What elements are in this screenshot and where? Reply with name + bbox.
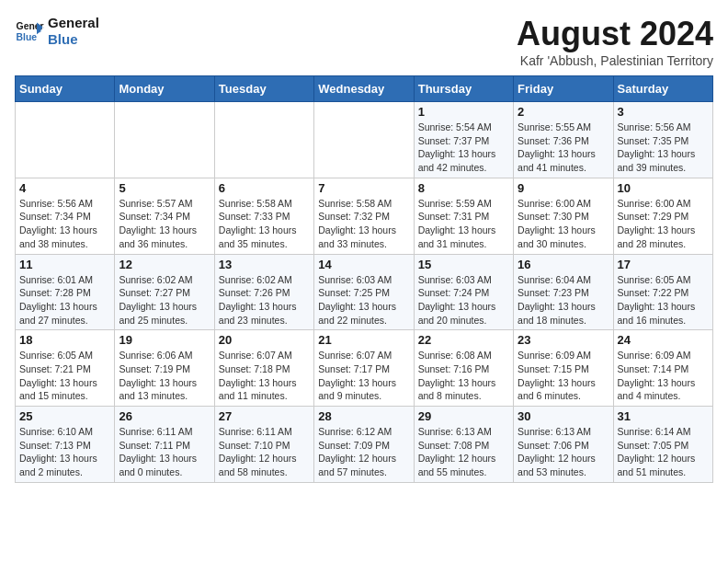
calendar-body: 1Sunrise: 5:54 AM Sunset: 7:37 PM Daylig… <box>16 102 713 483</box>
calendar-cell: 2Sunrise: 5:55 AM Sunset: 7:36 PM Daylig… <box>514 102 613 178</box>
calendar-week-5: 25Sunrise: 6:10 AM Sunset: 7:13 PM Dayli… <box>16 407 713 483</box>
logo-icon: General Blue <box>15 17 44 46</box>
day-number: 21 <box>318 333 409 347</box>
day-number: 13 <box>219 258 310 271</box>
calendar-header-row: SundayMondayTuesdayWednesdayThursdayFrid… <box>16 76 713 102</box>
day-number: 8 <box>418 181 509 195</box>
day-number: 18 <box>19 333 110 347</box>
calendar-week-1: 1Sunrise: 5:54 AM Sunset: 7:37 PM Daylig… <box>16 102 713 178</box>
day-info: Sunrise: 6:02 AM Sunset: 7:27 PM Dayligh… <box>119 273 210 327</box>
day-number: 1 <box>418 105 509 119</box>
day-number: 19 <box>119 333 210 347</box>
day-number: 22 <box>418 333 509 347</box>
calendar-cell: 20Sunrise: 6:07 AM Sunset: 7:18 PM Dayli… <box>214 330 313 407</box>
day-number: 23 <box>518 333 609 347</box>
day-info: Sunrise: 6:12 AM Sunset: 7:09 PM Dayligh… <box>318 425 409 479</box>
day-number: 12 <box>119 258 210 271</box>
calendar-cell: 5Sunrise: 5:57 AM Sunset: 7:34 PM Daylig… <box>115 178 214 254</box>
calendar-cell: 17Sunrise: 6:05 AM Sunset: 7:22 PM Dayli… <box>613 254 712 330</box>
day-info: Sunrise: 6:01 AM Sunset: 7:28 PM Dayligh… <box>19 273 110 327</box>
day-number: 16 <box>518 258 609 271</box>
day-info: Sunrise: 6:06 AM Sunset: 7:19 PM Dayligh… <box>119 349 210 403</box>
day-info: Sunrise: 6:11 AM Sunset: 7:10 PM Dayligh… <box>219 425 310 479</box>
day-number: 2 <box>518 105 609 119</box>
logo: General Blue General Blue <box>15 15 99 48</box>
day-number: 17 <box>618 258 709 271</box>
day-number: 25 <box>19 409 110 423</box>
calendar-cell: 29Sunrise: 6:13 AM Sunset: 7:08 PM Dayli… <box>414 407 513 483</box>
calendar-cell: 23Sunrise: 6:09 AM Sunset: 7:15 PM Dayli… <box>514 330 613 407</box>
calendar-cell: 30Sunrise: 6:13 AM Sunset: 7:06 PM Dayli… <box>514 407 613 483</box>
calendar-cell: 28Sunrise: 6:12 AM Sunset: 7:09 PM Dayli… <box>314 407 414 483</box>
day-header-sunday: Sunday <box>16 76 115 102</box>
day-info: Sunrise: 6:08 AM Sunset: 7:16 PM Dayligh… <box>418 349 509 403</box>
day-info: Sunrise: 6:07 AM Sunset: 7:17 PM Dayligh… <box>318 349 409 403</box>
day-info: Sunrise: 6:09 AM Sunset: 7:15 PM Dayligh… <box>518 349 609 403</box>
calendar-cell: 16Sunrise: 6:04 AM Sunset: 7:23 PM Dayli… <box>514 254 613 330</box>
subtitle: Kafr 'Abbush, Palestinian Territory <box>517 53 713 68</box>
calendar-cell: 21Sunrise: 6:07 AM Sunset: 7:17 PM Dayli… <box>314 330 414 407</box>
calendar-week-4: 18Sunrise: 6:05 AM Sunset: 7:21 PM Dayli… <box>16 330 713 407</box>
calendar-cell <box>214 102 313 178</box>
day-header-thursday: Thursday <box>414 76 513 102</box>
day-number: 31 <box>618 409 709 423</box>
day-number: 24 <box>618 333 709 347</box>
day-info: Sunrise: 6:00 AM Sunset: 7:29 PM Dayligh… <box>618 197 709 251</box>
day-number: 5 <box>119 181 210 195</box>
day-info: Sunrise: 6:13 AM Sunset: 7:08 PM Dayligh… <box>418 425 509 479</box>
day-header-saturday: Saturday <box>613 76 712 102</box>
calendar-cell: 27Sunrise: 6:11 AM Sunset: 7:10 PM Dayli… <box>214 407 313 483</box>
day-header-monday: Monday <box>115 76 214 102</box>
day-number: 26 <box>119 409 210 423</box>
calendar-cell: 19Sunrise: 6:06 AM Sunset: 7:19 PM Dayli… <box>115 330 214 407</box>
calendar-week-3: 11Sunrise: 6:01 AM Sunset: 7:28 PM Dayli… <box>16 254 713 330</box>
calendar-cell: 14Sunrise: 6:03 AM Sunset: 7:25 PM Dayli… <box>314 254 414 330</box>
day-number: 15 <box>418 258 509 271</box>
logo-general: General <box>48 15 99 31</box>
calendar-cell: 18Sunrise: 6:05 AM Sunset: 7:21 PM Dayli… <box>16 330 115 407</box>
day-header-friday: Friday <box>514 76 613 102</box>
day-info: Sunrise: 6:13 AM Sunset: 7:06 PM Dayligh… <box>518 425 609 479</box>
day-number: 3 <box>618 105 709 119</box>
calendar-cell: 10Sunrise: 6:00 AM Sunset: 7:29 PM Dayli… <box>613 178 712 254</box>
calendar-cell: 15Sunrise: 6:03 AM Sunset: 7:24 PM Dayli… <box>414 254 513 330</box>
day-info: Sunrise: 6:05 AM Sunset: 7:22 PM Dayligh… <box>618 273 709 327</box>
calendar-table: SundayMondayTuesdayWednesdayThursdayFrid… <box>15 75 713 483</box>
calendar-cell: 26Sunrise: 6:11 AM Sunset: 7:11 PM Dayli… <box>115 407 214 483</box>
day-info: Sunrise: 6:10 AM Sunset: 7:13 PM Dayligh… <box>19 425 110 479</box>
title-area: August 2024 Kafr 'Abbush, Palestinian Te… <box>517 15 713 68</box>
day-info: Sunrise: 6:03 AM Sunset: 7:25 PM Dayligh… <box>318 273 409 327</box>
day-info: Sunrise: 5:59 AM Sunset: 7:31 PM Dayligh… <box>418 197 509 251</box>
day-info: Sunrise: 5:58 AM Sunset: 7:33 PM Dayligh… <box>219 197 310 251</box>
svg-text:Blue: Blue <box>17 32 38 42</box>
day-number: 11 <box>19 258 110 271</box>
day-info: Sunrise: 5:58 AM Sunset: 7:32 PM Dayligh… <box>318 197 409 251</box>
day-info: Sunrise: 6:02 AM Sunset: 7:26 PM Dayligh… <box>219 273 310 327</box>
calendar-cell: 25Sunrise: 6:10 AM Sunset: 7:13 PM Dayli… <box>16 407 115 483</box>
day-info: Sunrise: 6:05 AM Sunset: 7:21 PM Dayligh… <box>19 349 110 403</box>
calendar-cell: 12Sunrise: 6:02 AM Sunset: 7:27 PM Dayli… <box>115 254 214 330</box>
main-title: August 2024 <box>517 15 713 53</box>
calendar-cell: 3Sunrise: 5:56 AM Sunset: 7:35 PM Daylig… <box>613 102 712 178</box>
calendar-week-2: 4Sunrise: 5:56 AM Sunset: 7:34 PM Daylig… <box>16 178 713 254</box>
calendar-cell: 4Sunrise: 5:56 AM Sunset: 7:34 PM Daylig… <box>16 178 115 254</box>
calendar-cell: 8Sunrise: 5:59 AM Sunset: 7:31 PM Daylig… <box>414 178 513 254</box>
day-number: 6 <box>219 181 310 195</box>
day-info: Sunrise: 6:09 AM Sunset: 7:14 PM Dayligh… <box>618 349 709 403</box>
day-number: 10 <box>618 181 709 195</box>
calendar-cell: 9Sunrise: 6:00 AM Sunset: 7:30 PM Daylig… <box>514 178 613 254</box>
logo-blue: Blue <box>48 31 99 48</box>
day-info: Sunrise: 6:03 AM Sunset: 7:24 PM Dayligh… <box>418 273 509 327</box>
day-info: Sunrise: 6:04 AM Sunset: 7:23 PM Dayligh… <box>518 273 609 327</box>
calendar-cell <box>115 102 214 178</box>
calendar-header: SundayMondayTuesdayWednesdayThursdayFrid… <box>16 76 713 102</box>
day-header-tuesday: Tuesday <box>214 76 313 102</box>
day-number: 20 <box>219 333 310 347</box>
day-info: Sunrise: 6:07 AM Sunset: 7:18 PM Dayligh… <box>219 349 310 403</box>
calendar-cell <box>16 102 115 178</box>
day-info: Sunrise: 5:54 AM Sunset: 7:37 PM Dayligh… <box>418 121 509 175</box>
day-number: 4 <box>19 181 110 195</box>
calendar-cell <box>314 102 414 178</box>
day-info: Sunrise: 5:56 AM Sunset: 7:34 PM Dayligh… <box>19 197 110 251</box>
day-info: Sunrise: 6:00 AM Sunset: 7:30 PM Dayligh… <box>518 197 609 251</box>
